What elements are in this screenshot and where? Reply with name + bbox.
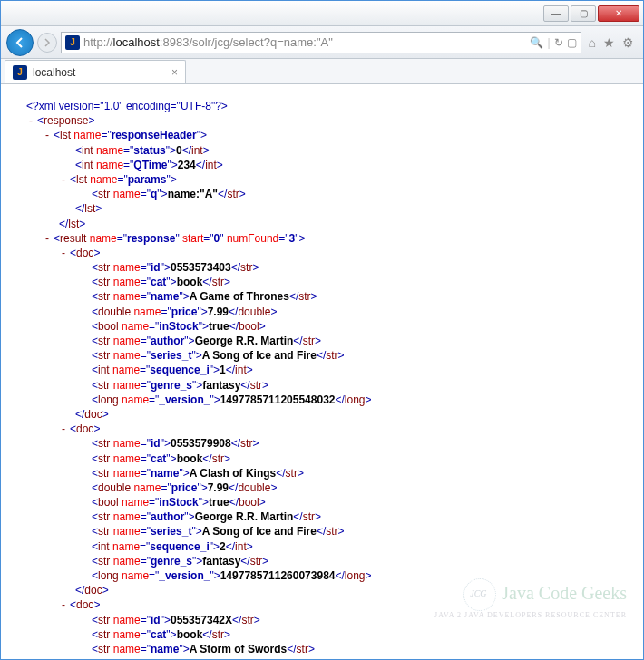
- arrow-left-icon: [14, 36, 26, 49]
- minimize-button[interactable]: —: [543, 5, 569, 22]
- page-content: <?xml version="1.0" encoding="UTF-8"?>-<…: [1, 84, 643, 660]
- favorites-icon[interactable]: ★: [603, 35, 615, 50]
- tab-localhost[interactable]: J localhost ×: [5, 60, 186, 83]
- tab-strip: J localhost ×: [1, 59, 643, 84]
- arrow-right-icon: [43, 38, 52, 47]
- address-bar-actions: 🔍 | ↻ ▢: [530, 36, 576, 49]
- home-icon[interactable]: ⌂: [589, 35, 596, 50]
- site-favicon-icon: J: [65, 35, 80, 50]
- tab-close-icon[interactable]: ×: [171, 66, 178, 79]
- back-button[interactable]: [6, 29, 34, 56]
- refresh-icon[interactable]: ↻: [554, 36, 563, 49]
- address-bar[interactable]: J http://localhost:8983/solr/jcg/select?…: [61, 32, 581, 53]
- window-titlebar: — ▢ ✕: [1, 1, 643, 26]
- forward-button[interactable]: [37, 33, 57, 53]
- close-button[interactable]: ✕: [598, 5, 639, 22]
- gear-icon[interactable]: ⚙: [622, 35, 634, 50]
- url-text: http://localhost:8983/solr/jcg/select?q=…: [83, 35, 526, 49]
- tab-title: localhost: [33, 66, 75, 79]
- stop-icon[interactable]: ▢: [567, 36, 577, 49]
- xml-response-tree: <?xml version="1.0" encoding="UTF-8"?>-<…: [15, 99, 625, 660]
- search-icon[interactable]: 🔍: [530, 36, 543, 49]
- tab-favicon-icon: J: [13, 65, 27, 80]
- maximize-button[interactable]: ▢: [571, 5, 596, 22]
- browser-toolbar: J http://localhost:8983/solr/jcg/select?…: [1, 26, 643, 59]
